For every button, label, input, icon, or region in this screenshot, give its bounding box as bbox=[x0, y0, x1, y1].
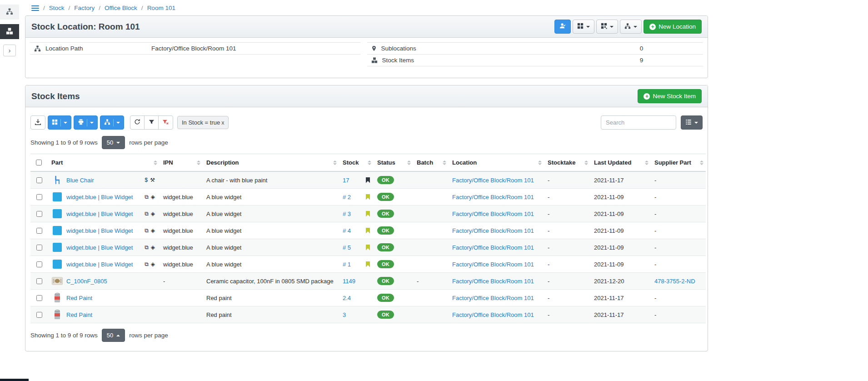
row-checkbox[interactable] bbox=[36, 211, 42, 217]
sort-icon[interactable] bbox=[645, 160, 649, 165]
remove-filter-icon[interactable]: x bbox=[221, 120, 224, 126]
sort-icon[interactable] bbox=[197, 160, 200, 165]
copy-icon: ⧉ bbox=[145, 211, 149, 217]
copy-icon: ⧉ bbox=[145, 244, 149, 251]
page-size-dropdown[interactable]: 50 bbox=[102, 136, 125, 149]
sidebar-item-part-tree[interactable] bbox=[0, 5, 19, 20]
column-header-stocktake[interactable]: Stocktake bbox=[544, 154, 590, 172]
sidebar-item-stock[interactable] bbox=[0, 24, 19, 39]
column-header-part[interactable]: Part bbox=[48, 154, 160, 172]
stock-link[interactable]: # 5 bbox=[343, 244, 351, 251]
stock-link[interactable]: 1149 bbox=[343, 278, 355, 285]
column-header-supplier-part[interactable]: Supplier Part bbox=[651, 154, 706, 172]
sort-icon[interactable] bbox=[333, 160, 337, 165]
location-link[interactable]: Factory/Office Block/Room 101 bbox=[452, 311, 534, 318]
add-filter-button[interactable] bbox=[144, 115, 159, 130]
breadcrumb-link-stock[interactable]: Stock bbox=[49, 5, 65, 11]
active-filter-chip[interactable]: In Stock = truex bbox=[177, 116, 229, 129]
sidebar-expand-button[interactable]: › bbox=[3, 45, 16, 56]
stock-actions-dropdown-button[interactable] bbox=[100, 115, 124, 130]
sort-icon[interactable] bbox=[443, 160, 446, 165]
column-header-status[interactable]: Status bbox=[374, 154, 413, 172]
sort-icon[interactable] bbox=[538, 160, 542, 165]
table-row: Red Paint Red paint 3 OK Factory/Office … bbox=[30, 306, 706, 323]
row-checkbox[interactable] bbox=[36, 312, 42, 318]
select-all-checkbox[interactable] bbox=[36, 160, 42, 165]
table-view-toggle-button[interactable] bbox=[681, 115, 703, 130]
clear-filters-button[interactable] bbox=[158, 115, 173, 130]
hamburger-menu-icon[interactable] bbox=[31, 5, 39, 11]
description-cell: A blue widget bbox=[203, 222, 339, 239]
breadcrumb-link-office-block[interactable]: Office Block bbox=[105, 5, 137, 11]
column-header-description[interactable]: Description bbox=[203, 154, 339, 172]
row-checkbox[interactable] bbox=[36, 228, 42, 234]
part-link[interactable]: C_100nF_0805 bbox=[66, 278, 107, 285]
stock-link[interactable]: # 3 bbox=[343, 211, 351, 217]
location-link[interactable]: Factory/Office Block/Room 101 bbox=[452, 227, 534, 234]
location-link[interactable]: Factory/Office Block/Room 101 bbox=[452, 261, 534, 268]
part-link[interactable]: widget.blue | Blue Widget bbox=[66, 194, 133, 201]
stock-link[interactable]: # 2 bbox=[343, 194, 351, 201]
barcode-actions-dropdown-button[interactable] bbox=[596, 20, 618, 34]
row-checkbox[interactable] bbox=[36, 261, 42, 267]
part-thumbnail-blue-widget bbox=[51, 208, 63, 219]
new-stock-item-button[interactable]: + New Stock Item bbox=[638, 89, 702, 103]
refresh-button[interactable] bbox=[130, 115, 145, 130]
location-actions: + New Location bbox=[554, 20, 702, 34]
stock-link[interactable]: # 4 bbox=[343, 227, 351, 234]
part-link[interactable]: widget.blue | Blue Widget bbox=[66, 211, 133, 217]
location-link[interactable]: Factory/Office Block/Room 101 bbox=[452, 295, 534, 301]
row-checkbox[interactable] bbox=[36, 194, 42, 200]
breadcrumb-link-factory[interactable]: Factory bbox=[74, 5, 95, 11]
status-badge: OK bbox=[377, 176, 394, 184]
sort-icon[interactable] bbox=[584, 160, 588, 165]
new-location-button[interactable]: + New Location bbox=[644, 20, 702, 34]
column-header-ipn[interactable]: IPN bbox=[160, 154, 203, 172]
stock-boxes-icon bbox=[371, 57, 378, 63]
sort-icon[interactable] bbox=[407, 160, 411, 165]
location-link[interactable]: Factory/Office Block/Room 101 bbox=[452, 211, 534, 217]
part-link[interactable]: widget.blue | Blue Widget bbox=[66, 244, 133, 251]
description-cell: Red paint bbox=[203, 290, 339, 306]
row-checkbox[interactable] bbox=[36, 177, 42, 183]
breadcrumb-link-room-101[interactable]: Room 101 bbox=[147, 5, 175, 11]
export-download-button[interactable] bbox=[30, 115, 45, 130]
search-input[interactable] bbox=[601, 115, 676, 130]
ipn-cell: widget.blue bbox=[160, 206, 203, 222]
sort-icon[interactable] bbox=[368, 160, 371, 165]
stock-link[interactable]: 2.4 bbox=[343, 295, 351, 301]
stock-link[interactable]: 3 bbox=[343, 311, 346, 318]
column-header-stock[interactable]: Stock bbox=[339, 154, 374, 172]
table-row: widget.blue | Blue Widget ⧉◈ widget.blue… bbox=[30, 206, 706, 222]
column-header-batch[interactable]: Batch bbox=[413, 154, 449, 172]
location-actions-dropdown-button[interactable] bbox=[620, 20, 642, 34]
location-link[interactable]: Factory/Office Block/Room 101 bbox=[452, 278, 534, 285]
options-dropdown-button[interactable] bbox=[573, 20, 594, 34]
part-link[interactable]: Red Paint bbox=[66, 311, 92, 318]
stocktake-cell: - bbox=[544, 222, 590, 239]
row-checkbox[interactable] bbox=[36, 278, 42, 284]
part-link[interactable]: Red Paint bbox=[66, 295, 92, 301]
admin-button[interactable] bbox=[554, 20, 571, 34]
location-link[interactable]: Factory/Office Block/Room 101 bbox=[452, 194, 534, 201]
table-row: widget.blue | Blue Widget ⧉◈ widget.blue… bbox=[30, 256, 706, 273]
column-header-last-updated[interactable]: Last Updated bbox=[590, 154, 651, 172]
batch-cell: - bbox=[413, 273, 449, 290]
location-link[interactable]: Factory/Office Block/Room 101 bbox=[452, 177, 534, 184]
supplier-part-link[interactable]: 478-3755-2-ND bbox=[654, 278, 695, 285]
part-link[interactable]: widget.blue | Blue Widget bbox=[66, 227, 133, 234]
sort-icon[interactable] bbox=[154, 160, 157, 165]
columns-dropdown-button[interactable] bbox=[48, 115, 71, 130]
stock-link[interactable]: # 1 bbox=[343, 261, 351, 268]
sort-icon[interactable] bbox=[700, 160, 703, 165]
part-link[interactable]: widget.blue | Blue Widget bbox=[66, 261, 133, 268]
location-link[interactable]: Factory/Office Block/Room 101 bbox=[452, 244, 534, 251]
page-size-dropdown[interactable]: 50 bbox=[102, 329, 125, 342]
column-header-location[interactable]: Location bbox=[449, 154, 544, 172]
row-checkbox[interactable] bbox=[36, 295, 42, 301]
status-badge: OK bbox=[377, 294, 394, 302]
stock-link[interactable]: 17 bbox=[343, 177, 349, 184]
part-link[interactable]: Blue Chair bbox=[66, 177, 94, 184]
row-checkbox[interactable] bbox=[36, 245, 42, 251]
print-dropdown-button[interactable] bbox=[74, 115, 98, 130]
